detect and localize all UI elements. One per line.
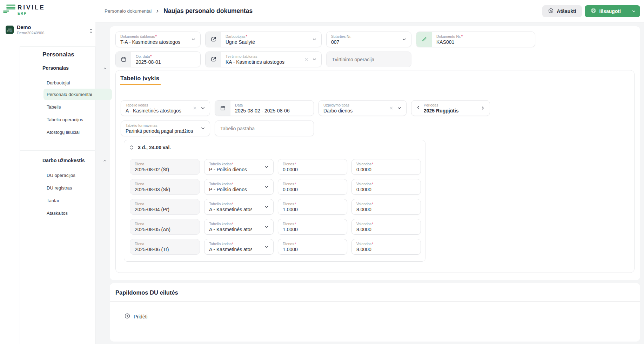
required-mark: * xyxy=(295,162,296,166)
field-value: P - Poilsio dienos xyxy=(209,187,247,192)
row-tabelio-kodas-field[interactable]: Tabelio kodas*A - Kasmetinės atostogos xyxy=(204,219,274,235)
sidebar-item-tabelis[interactable]: Tabelis xyxy=(43,101,112,113)
field-value: 8.0000 xyxy=(356,247,373,252)
row-dienos-field[interactable]: Dienos*0.0000 xyxy=(278,159,347,175)
chevron-down-icon[interactable] xyxy=(264,204,269,209)
tabelio-pastaba-field[interactable]: Tabelio pastaba xyxy=(215,121,314,136)
chevron-down-icon[interactable] xyxy=(191,37,196,42)
field-value: P - Poilsio dienos xyxy=(209,167,247,172)
required-mark: * xyxy=(232,162,233,166)
cancel-button[interactable]: Atšaukti xyxy=(542,5,582,17)
sidebar-item-du-operacijos[interactable]: DU operacijos xyxy=(43,170,112,181)
sidebar-item-du-registras[interactable]: DU registras xyxy=(43,182,112,194)
sidebar-item-atostogu-likuciai[interactable]: Atostogų likučiai xyxy=(43,126,112,138)
diena-field: Diena2025-08-04 (Pr) xyxy=(130,199,200,215)
row-valandos-field[interactable]: Valandos*8.0000 xyxy=(351,199,421,215)
periodas-field[interactable]: Periodas 2025 Rugpjūtis xyxy=(411,100,490,116)
chevron-down-icon[interactable] xyxy=(200,126,206,131)
row-valandos-field[interactable]: Valandos*0.0000 xyxy=(351,159,421,175)
chevron-down-icon[interactable] xyxy=(264,224,269,229)
field-value: Darbo dienos xyxy=(323,108,353,113)
field-label: Diena xyxy=(135,162,169,166)
chevron-down-icon[interactable] xyxy=(200,105,206,111)
field-value: 0.0000 xyxy=(283,167,298,172)
chevron-down-icon[interactable] xyxy=(397,105,402,111)
op-data-field[interactable]: Op. data* 2025-08-01 xyxy=(115,51,201,67)
row-dienos-field[interactable]: Dienos*1.0000 xyxy=(278,239,347,255)
save-button[interactable]: Išsaugoti xyxy=(585,5,640,17)
row-valandos-field[interactable]: Valandos*8.0000 xyxy=(351,239,421,255)
field-label: Tabelio kodas xyxy=(209,222,232,226)
field-value: 2025-08-03 (Sk) xyxy=(135,187,170,192)
sidebar-item-tarifai[interactable]: Tarifai xyxy=(43,195,112,206)
sidebar-item-label: DU operacijos xyxy=(47,173,75,178)
clear-x-icon[interactable] xyxy=(304,57,309,62)
row-dienos-field[interactable]: Dienos*1.0000 xyxy=(278,199,347,215)
required-mark: * xyxy=(372,202,373,206)
field-label: Dokumento Nr. xyxy=(436,34,461,39)
sidebar-item-darbuotojai[interactable]: Darbuotojai xyxy=(43,77,112,89)
calendar-icon[interactable] xyxy=(215,101,230,116)
row-tabelio-kodas-field[interactable]: Tabelio kodas*A - Kasmetinės atostogos xyxy=(204,239,274,255)
chevron-down-icon[interactable] xyxy=(402,37,407,42)
chevron-right-icon[interactable] xyxy=(480,105,485,111)
row-dienos-field[interactable]: Dienos*0.0000 xyxy=(278,179,347,195)
sidebar-item-label: Ataskaitos xyxy=(47,211,68,216)
darbuotojas-field[interactable]: Darbuotojas* Ugnė Saulytė xyxy=(205,32,322,47)
row-valandos-field[interactable]: Valandos*0.0000 xyxy=(351,179,421,195)
field-value: 0.0000 xyxy=(356,167,373,172)
chevron-down-icon[interactable] xyxy=(264,244,269,249)
field-value: A - Kasmetinės atostogos xyxy=(209,207,252,212)
tabelio-formavimas-field[interactable]: Tabelio formavimas Parinkti periodą paga… xyxy=(121,121,210,136)
sidebar-item-ataskaitos[interactable]: Ataskaitos xyxy=(43,207,112,219)
field-label: Periodas xyxy=(424,103,438,107)
chevron-left-icon[interactable] xyxy=(416,105,421,110)
row-tabelio-kodas-field[interactable]: Tabelio kodas*P - Poilsio dienos xyxy=(204,159,274,175)
required-mark: * xyxy=(246,34,247,39)
tabelio-kodas-field[interactable]: Tabelio kodas A - Kasmetinės atostogos xyxy=(121,100,210,116)
chevron-down-icon[interactable] xyxy=(264,184,269,190)
plus-circle-icon xyxy=(124,313,130,320)
uzpildymo-tipas-field[interactable]: Užpildymo tipas Darbo dienos xyxy=(318,100,407,116)
sidebar-item-tabelio-operacijos[interactable]: Tabelio operacijos xyxy=(43,114,112,125)
papildomos-du-card: Papildomos DU eilutės Pridėti xyxy=(110,283,640,342)
diena-field: Diena2025-08-03 (Sk) xyxy=(130,179,200,195)
chevron-down-icon[interactable] xyxy=(312,37,317,42)
rivile-logo-icon[interactable] xyxy=(3,5,15,14)
tabelio-summary-row[interactable]: 3 d., 24.00 val. xyxy=(124,140,425,155)
row-valandos-field[interactable]: Valandos*8.0000 xyxy=(351,219,421,235)
sidebar-group-personalas[interactable]: Personalas xyxy=(42,65,113,71)
required-mark: * xyxy=(372,222,373,226)
dokumento-nr-field[interactable]: Dokumento Nr.* KAS001 xyxy=(416,32,535,47)
clear-x-icon[interactable] xyxy=(389,106,394,110)
brand-sub: ERP xyxy=(18,12,45,15)
sidebar-top-divider xyxy=(20,46,95,47)
external-link-icon[interactable] xyxy=(206,32,221,47)
row-tabelio-kodas-field[interactable]: Tabelio kodas*P - Poilsio dienos xyxy=(204,179,274,195)
add-row-button[interactable]: Pridėti xyxy=(124,313,148,320)
sutarties-nr-field[interactable]: Sutarties Nr. 007 xyxy=(326,32,411,47)
dokumento-sablonas-field[interactable]: Dokumento šablonas* T-A - Kasmetinės ato… xyxy=(115,32,201,47)
field-label: Dienos xyxy=(283,242,294,246)
required-mark: * xyxy=(295,222,296,226)
field-label: Data xyxy=(235,103,243,107)
clear-x-icon[interactable] xyxy=(193,106,197,110)
diena-field: Diena2025-08-06 (Tr) xyxy=(130,239,200,255)
save-dropdown-toggle[interactable] xyxy=(627,5,640,17)
chevron-down-icon[interactable] xyxy=(312,57,317,62)
sidebar-item-personalo-dokumentai[interactable]: Personalo dokumentai xyxy=(43,89,112,100)
field-value: KAS001 xyxy=(436,39,463,45)
external-link-icon[interactable] xyxy=(206,52,221,67)
workspace-selector[interactable]: RIVILE Demo Demo20240906 xyxy=(6,25,93,39)
field-label: Valandos xyxy=(356,202,371,206)
required-mark: * xyxy=(150,54,152,59)
breadcrumb[interactable]: Personalo dokumentai xyxy=(105,8,152,14)
sidebar-group-darbo-uzmokestis[interactable]: Darbo užmokestis xyxy=(42,158,113,163)
row-tabelio-kodas-field[interactable]: Tabelio kodas*A - Kasmetinės atostogos xyxy=(204,199,274,215)
field-label: Diena xyxy=(135,222,170,226)
row-dienos-field[interactable]: Dienos*1.0000 xyxy=(278,219,347,235)
chevron-down-icon[interactable] xyxy=(264,164,269,170)
data-range-field[interactable]: Data 2025-08-02 - 2025-08-06 xyxy=(215,100,314,116)
calendar-icon[interactable] xyxy=(116,52,131,67)
tvirtinimo-sablonas-field[interactable]: Tvirtinimo šablonas KA - Kasmetinės atos… xyxy=(205,51,322,67)
